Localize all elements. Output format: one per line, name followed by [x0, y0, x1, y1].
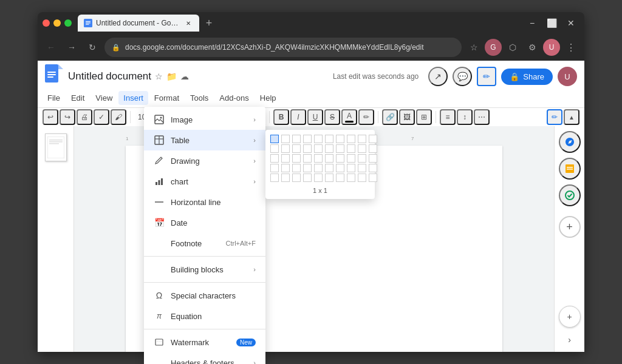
grid-cell-5-7[interactable]: [336, 174, 344, 182]
tasks-button[interactable]: [559, 184, 581, 206]
menu-format[interactable]: Format: [149, 91, 184, 105]
paint-format-button[interactable]: 🖌: [111, 109, 126, 125]
menu-item-special-characters[interactable]: Ω Special characters: [144, 285, 265, 306]
grid-cell-1-2[interactable]: [281, 135, 290, 143]
grid-cell-4-6[interactable]: [325, 164, 333, 172]
forward-button[interactable]: →: [63, 39, 80, 56]
bold-button[interactable]: B: [273, 109, 289, 125]
add-sidebar-item-button[interactable]: +: [559, 216, 581, 238]
menu-view[interactable]: View: [91, 91, 117, 105]
refresh-button[interactable]: ↻: [84, 39, 101, 56]
link-toolbar-button[interactable]: 🔗: [382, 109, 398, 125]
grid-cell-2-7[interactable]: [336, 144, 344, 153]
grid-cell-5-9[interactable]: [358, 174, 366, 182]
editing-mode-button[interactable]: ✏: [477, 67, 496, 86]
align-button[interactable]: ≡: [440, 109, 456, 125]
explore-button[interactable]: [559, 131, 581, 153]
print-button[interactable]: 🖨: [77, 109, 92, 125]
grid-cell-1-8[interactable]: [347, 135, 355, 143]
tab-close-button[interactable]: ✕: [183, 18, 193, 28]
back-button[interactable]: ←: [43, 39, 60, 56]
menu-addons[interactable]: Add-ons: [214, 91, 253, 105]
grid-cell-1-6[interactable]: [325, 135, 333, 143]
grid-cell-3-1[interactable]: [270, 154, 279, 163]
maximize-window-button[interactable]: ⬜: [64, 19, 72, 27]
minimize-window-button[interactable]: −: [53, 19, 61, 27]
italic-button[interactable]: I: [290, 109, 306, 125]
menu-file[interactable]: File: [43, 91, 65, 105]
grid-cell-1-9[interactable]: [358, 135, 366, 143]
grid-cell-1-4[interactable]: [303, 135, 312, 143]
menu-item-table[interactable]: Table ›: [144, 130, 265, 150]
browser-menu-button[interactable]: ⋮: [562, 39, 579, 56]
grid-cell-2-9[interactable]: [358, 144, 366, 153]
menu-item-image[interactable]: Image ›: [144, 109, 265, 130]
grid-cell-2-6[interactable]: [325, 144, 333, 153]
user-profile-icon[interactable]: U: [543, 39, 560, 56]
grid-cell-4-8[interactable]: [347, 164, 355, 172]
grid-cell-4-2[interactable]: [281, 164, 290, 172]
highlight-button[interactable]: ✏: [358, 109, 374, 125]
grid-cell-3-9[interactable]: [358, 154, 366, 163]
share-button[interactable]: 🔒 Share: [501, 69, 553, 85]
menu-help[interactable]: Help: [255, 91, 281, 105]
grid-cell-5-2[interactable]: [281, 174, 290, 182]
browser-minimize-button[interactable]: −: [524, 15, 541, 32]
menu-item-equation[interactable]: π Equation: [144, 306, 265, 326]
grid-cell-4-7[interactable]: [336, 164, 344, 172]
grid-cell-3-10[interactable]: [369, 154, 377, 163]
insert-table-toolbar-button[interactable]: ⊞: [416, 109, 432, 125]
grid-cell-5-4[interactable]: [303, 174, 312, 182]
browser-close-button[interactable]: ✕: [562, 15, 579, 32]
grid-cell-4-4[interactable]: [303, 164, 312, 172]
grid-cell-2-2[interactable]: [281, 144, 290, 153]
grid-cell-1-10[interactable]: [369, 135, 377, 143]
collapse-toolbar-button[interactable]: ▲: [564, 109, 579, 125]
grid-cell-2-1[interactable]: [270, 144, 279, 153]
menu-item-headers-footers[interactable]: Headers & footers ›: [144, 352, 265, 364]
folder-icon[interactable]: 📁: [166, 72, 177, 81]
spellcheck-button[interactable]: ✓: [94, 109, 109, 125]
editing-pencil-button[interactable]: ✏: [547, 109, 562, 125]
menu-item-chart[interactable]: chart ›: [144, 171, 265, 192]
menu-item-horizontal-line[interactable]: Horizontal line: [144, 192, 265, 212]
more-options-button[interactable]: ⋯: [474, 109, 490, 125]
grid-cell-2-5[interactable]: [314, 144, 323, 153]
grid-cell-4-5[interactable]: [314, 164, 323, 172]
grid-cell-5-3[interactable]: [292, 174, 301, 182]
star-icon[interactable]: ☆: [155, 72, 163, 81]
sidebar-collapse-button[interactable]: ›: [562, 332, 577, 347]
docs-title[interactable]: Untitled document: [68, 70, 151, 83]
grid-cell-3-2[interactable]: [281, 154, 290, 163]
menu-tools[interactable]: Tools: [185, 91, 213, 105]
text-color-button[interactable]: A: [341, 109, 357, 125]
menu-item-footnote[interactable]: Footnote Ctrl+Alt+F: [144, 233, 265, 254]
grid-cell-5-10[interactable]: [369, 174, 377, 182]
close-window-button[interactable]: ✕: [43, 19, 50, 27]
grid-cell-4-9[interactable]: [358, 164, 366, 172]
grid-cell-2-4[interactable]: [303, 144, 312, 153]
browser-restore-button[interactable]: ⬜: [543, 15, 560, 32]
insert-image-toolbar-button[interactable]: 🖼: [399, 109, 415, 125]
menu-insert[interactable]: Insert: [118, 91, 148, 105]
grid-cell-3-4[interactable]: [303, 154, 312, 163]
comments-button[interactable]: 💬: [453, 67, 472, 86]
profile-icon-button[interactable]: G: [485, 39, 502, 56]
extensions-button[interactable]: ⬡: [504, 39, 521, 56]
grid-cell-1-5[interactable]: [314, 135, 323, 143]
grid-cell-1-3[interactable]: [292, 135, 301, 143]
new-tab-button[interactable]: +: [200, 15, 217, 32]
menu-item-building-blocks[interactable]: Building blocks ›: [144, 259, 265, 280]
floating-action-button[interactable]: +: [559, 306, 581, 328]
grid-cell-2-10[interactable]: [369, 144, 377, 153]
grid-cell-3-8[interactable]: [347, 154, 355, 163]
menu-item-drawing[interactable]: Drawing ›: [144, 150, 265, 171]
grid-cell-5-6[interactable]: [325, 174, 333, 182]
line-spacing-button[interactable]: ↕: [457, 109, 473, 125]
strikethrough-button[interactable]: S: [324, 109, 340, 125]
grid-cell-3-5[interactable]: [314, 154, 323, 163]
table-grid[interactable]: [270, 135, 370, 182]
menu-edit[interactable]: Edit: [66, 91, 89, 105]
grid-cell-3-3[interactable]: [292, 154, 301, 163]
address-bar[interactable]: 🔒 docs.google.com/document/d/12XCsAzhXi-…: [104, 38, 462, 57]
